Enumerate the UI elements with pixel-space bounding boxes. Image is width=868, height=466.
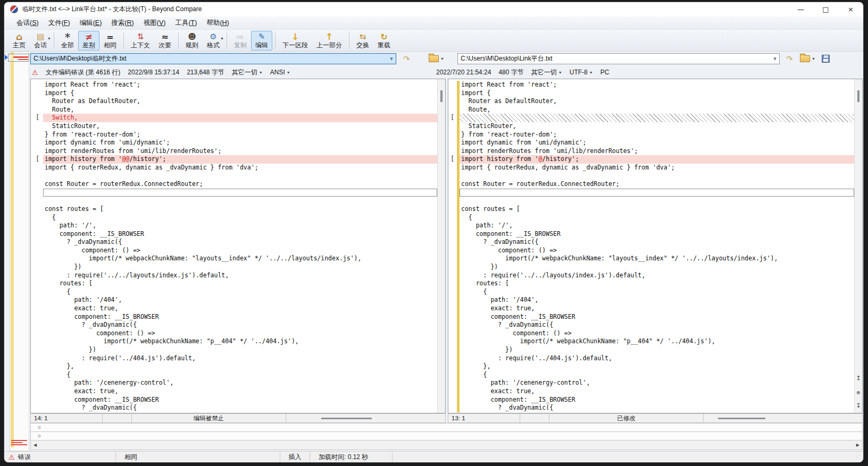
code-line[interactable]: { (31, 371, 437, 379)
menu-item-file[interactable]: 文件(F) (44, 17, 75, 29)
code-line[interactable]: import { routerRedux, dynamic as _dvaDyn… (31, 164, 437, 172)
left-vertical-scrollbar[interactable] (437, 79, 445, 413)
code-line[interactable]: Route, (31, 106, 437, 114)
scrollbar-thumb[interactable] (718, 418, 765, 419)
menu-item-session[interactable]: 会话(S) (12, 17, 44, 29)
code-line[interactable]: } from 'react-router-dom'; (31, 131, 437, 139)
code-line[interactable]: import history from '@/history'; (448, 155, 854, 164)
code-line[interactable]: Route, (448, 106, 854, 114)
left-folder-icon[interactable] (429, 54, 444, 64)
code-line[interactable]: import(/* webpackChunkName: "layouts__in… (448, 255, 854, 263)
code-line[interactable]: path: '/cenenergy-control', (31, 379, 437, 387)
detail-horizontal-scrollbar[interactable] (30, 440, 863, 450)
code-line[interactable]: }) (448, 346, 854, 354)
code-line[interactable]: component: __IS_BROWSER (448, 230, 854, 239)
code-line[interactable]: { (448, 288, 854, 296)
right-folder-icon[interactable] (800, 54, 815, 64)
code-line[interactable]: component: () => (448, 247, 854, 255)
code-line[interactable] (448, 172, 854, 181)
toolbar-all-button[interactable]: 全部 (57, 31, 78, 50)
code-line[interactable]: { (448, 214, 854, 222)
toolbar-home-button[interactable]: 主页 (9, 31, 30, 50)
chevron-down-icon[interactable] (47, 37, 51, 40)
code-line[interactable]: ? _dvaDynamic({ (448, 238, 854, 247)
code-line[interactable]: exact: true, (448, 387, 854, 396)
toolbar-differences-button[interactable]: 差别 (78, 31, 99, 50)
code-line[interactable]: path: '/404', (448, 296, 854, 304)
code-line[interactable]: const Router = routerRedux.ConnectedRout… (31, 180, 437, 189)
code-line[interactable]: : require('../../layouts/index.js').defa… (31, 272, 437, 280)
toolbar-edit-button[interactable]: 编辑 (251, 31, 272, 50)
toolbar-rules-button[interactable]: 规则 (181, 31, 203, 50)
code-line[interactable]: component: __IS_BROWSER (31, 396, 437, 404)
code-line[interactable]: const routes = [ (31, 205, 437, 214)
code-line[interactable]: component: () => (448, 329, 854, 338)
code-line[interactable]: }) (448, 263, 854, 272)
scroll-right-icon[interactable] (856, 443, 859, 447)
toolbar-next-section-button[interactable]: 下一区段 (278, 31, 312, 50)
code-line[interactable]: component: () => (31, 329, 437, 338)
code-line[interactable]: exact: true, (31, 304, 437, 313)
code-line[interactable]: }) (31, 346, 437, 354)
scrollbar-thumb[interactable] (321, 418, 372, 419)
overview-viewport-box[interactable] (8, 54, 29, 62)
code-line[interactable]: } from 'react-router-dom'; (448, 131, 854, 139)
code-line[interactable]: import renderRoutes from 'umi/lib/render… (31, 147, 437, 156)
code-line[interactable]: import(/* webpackChunkName: "layouts__in… (31, 255, 437, 263)
menu-item-edit[interactable]: 编辑(E) (75, 17, 107, 29)
code-line[interactable]: component: __IS_BROWSER (448, 396, 854, 404)
code-line[interactable]: : require('../404.js').default, (31, 354, 437, 363)
code-line[interactable]: StaticRouter, (448, 122, 854, 131)
code-line[interactable]: Switch, (31, 114, 437, 122)
code-line[interactable]: import dynamic from 'umi/dynamic'; (448, 139, 854, 147)
toolbar-session-button[interactable]: 会话 (30, 31, 51, 50)
scroll-left-icon[interactable] (34, 443, 37, 447)
menu-item-view[interactable]: 视图(V) (139, 17, 171, 29)
code-line[interactable]: Router as DefaultRouter, (31, 97, 437, 106)
menu-item-tools[interactable]: 工具(T) (170, 17, 202, 29)
code-line[interactable]: ? _dvaDynamic({ (31, 238, 437, 247)
code-line[interactable]: exact: true, (31, 387, 437, 396)
left-encoding-dropdown[interactable]: ANSI (270, 69, 290, 76)
code-line[interactable]: { (31, 214, 437, 222)
code-line[interactable]: import history from '@@/history'; (31, 155, 437, 164)
code-line[interactable]: component: __IS_BROWSER (31, 313, 437, 321)
menu-item-search[interactable]: 搜索(R) (106, 17, 138, 29)
code-line[interactable] (31, 197, 437, 205)
chevron-down-icon[interactable] (220, 37, 224, 40)
code-line[interactable] (31, 172, 437, 181)
chevron-down-icon[interactable] (812, 57, 815, 61)
code-line[interactable]: const routes = [ (448, 205, 854, 214)
code-line[interactable]: ? _dvaDynamic({ (448, 404, 854, 412)
scrollbar-thumb[interactable] (440, 90, 443, 102)
save-button[interactable] (822, 54, 830, 64)
toolbar-context-button[interactable]: 上下文 (127, 31, 154, 50)
chevron-down-icon[interactable] (771, 55, 779, 62)
browse-parent-icon[interactable]: ↷ (403, 54, 410, 64)
maximize-button[interactable]: □ (813, 2, 838, 16)
code-line[interactable]: component: __IS_BROWSER (31, 230, 437, 239)
browse-parent-icon[interactable]: ↷ (786, 54, 793, 64)
code-line[interactable]: import renderRoutes from 'umi/lib/render… (448, 147, 854, 156)
left-path-input[interactable]: C:\Users\M\Desktop\临时文件.txt (30, 53, 396, 64)
code-line[interactable]: path: '/404', (31, 296, 437, 304)
toolbar-swap-button[interactable]: 交换 (352, 31, 373, 50)
toolbar-same-button[interactable]: 相同 (99, 31, 121, 50)
right-horizontal-scrollbar[interactable] (704, 414, 862, 422)
close-button[interactable]: × (838, 2, 863, 16)
next-difference-icon[interactable] (856, 400, 861, 410)
chevron-down-icon[interactable] (440, 57, 444, 61)
resize-grip[interactable]: ⋰ (393, 452, 863, 462)
code-line[interactable]: import { (448, 89, 854, 98)
code-line[interactable]: }, (31, 362, 437, 371)
code-line[interactable]: component: () => (31, 247, 437, 255)
toolbar-copy-button[interactable]: 复制 (230, 31, 251, 50)
code-line[interactable]: ? _dvaDynamic({ (31, 321, 437, 329)
menu-item-help[interactable]: 帮助(H) (202, 17, 233, 29)
code-line[interactable]: : require('../404.js').default, (448, 354, 854, 363)
toolbar-minor-button[interactable]: 次要 (154, 31, 176, 50)
code-line[interactable]: path: '/cenenergy-control', (448, 379, 854, 387)
code-line[interactable]: import React from 'react'; (31, 81, 437, 89)
right-encoding-dropdown[interactable]: UTF-8 (570, 69, 593, 76)
chevron-down-icon[interactable] (387, 55, 396, 62)
